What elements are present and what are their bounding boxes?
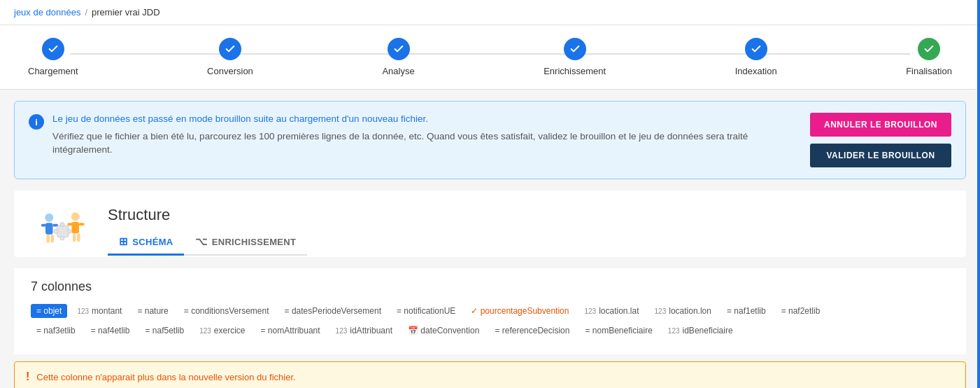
step-circle-finalisation — [918, 38, 940, 60]
tabs: ⊞ SCHÉMA ⌥ ENRICHISSEMENT — [108, 230, 307, 256]
warning-box: ! Cette colonne n'apparait plus dans la … — [14, 361, 966, 388]
col-tag-naf1etlib[interactable]: = naf1etlib — [721, 304, 772, 318]
enrichissement-icon: ⌥ — [195, 235, 207, 248]
columns-count: 7 colonnes — [31, 279, 949, 294]
structure-title: Structure — [108, 206, 307, 224]
col-tag-idAttribuant[interactable]: 123 idAttribuant — [330, 324, 398, 338]
svg-rect-12 — [57, 226, 69, 237]
col-tag-naf5etlib[interactable]: = naf5etlib — [139, 324, 190, 338]
step-circle-conversion — [219, 38, 241, 60]
breadcrumb-current: premier vrai JDD — [92, 7, 160, 18]
step-label-enrichissement: Enrichissement — [544, 66, 606, 76]
info-line1: Le jeu de données est passé en mode brou… — [52, 113, 802, 126]
col-tag-pourcentageSubvention[interactable]: ✓ pourcentageSubvention — [465, 304, 574, 318]
info-box: i Le jeu de données est passé en mode br… — [14, 101, 966, 179]
tab-enrichissement-label: ENRICHISSEMENT — [212, 237, 297, 247]
warning-icon: ! — [26, 370, 29, 383]
svg-rect-11 — [77, 233, 80, 242]
col-tag-nomBeneficiaire[interactable]: = nomBeneficiaire — [579, 324, 658, 338]
columns-row-2: = naf3etlib = naf4etlib = naf5etlib 123 … — [31, 324, 949, 338]
step-circle-indexation — [745, 38, 767, 60]
structure-illustration — [31, 205, 94, 257]
breadcrumb: jeux de données / premier vrai JDD — [0, 0, 980, 25]
step-indexation: Indexation — [735, 38, 777, 76]
columns-section: 7 colonnes = objet 123 montant = nature … — [14, 268, 966, 354]
svg-rect-2 — [41, 224, 47, 227]
right-border-line — [977, 0, 980, 388]
svg-rect-10 — [73, 233, 76, 242]
step-label-chargement: Chargement — [28, 66, 78, 76]
warning-text: Cette colonne n'apparait plus dans la no… — [36, 372, 295, 382]
svg-point-6 — [71, 212, 80, 221]
breadcrumb-separator: / — [85, 7, 87, 18]
svg-rect-16 — [68, 229, 72, 233]
svg-rect-1 — [45, 223, 53, 235]
info-icon: i — [29, 114, 44, 130]
col-tag-objet[interactable]: = objet — [31, 304, 67, 318]
col-tag-datesPeriodeVersement[interactable]: = datesPeriodeVersement — [279, 304, 387, 318]
tab-enrichissement[interactable]: ⌥ ENRICHISSEMENT — [184, 230, 307, 256]
info-line2: Vérifiez que le fichier a bien été lu, p… — [52, 130, 802, 157]
col-tag-locationlon[interactable]: 123 location.lon — [649, 304, 717, 318]
col-tag-notificationUE[interactable]: = notificationUE — [391, 304, 461, 318]
step-circle-enrichissement — [564, 38, 586, 60]
step-chargement: Chargement — [28, 38, 78, 76]
col-tag-naf2etlib[interactable]: = naf2etlib — [776, 304, 826, 318]
stepper: Chargement Conversion Analyse Enrichisse… — [0, 25, 980, 90]
svg-point-0 — [45, 214, 53, 222]
structure-header: Structure ⊞ SCHÉMA ⌥ ENRICHISSEMENT — [31, 205, 949, 257]
col-tag-exercice[interactable]: 123 exercice — [194, 324, 250, 338]
info-text: Le jeu de données est passé en mode brou… — [52, 113, 802, 157]
svg-rect-5 — [51, 235, 55, 243]
col-tag-conditionsVersement[interactable]: = conditionsVersement — [178, 304, 275, 318]
step-circle-chargement — [42, 38, 64, 60]
step-analyse: Analyse — [382, 38, 414, 76]
col-tag-nature[interactable]: = nature — [132, 304, 173, 318]
col-tag-nomAttribuant[interactable]: = nomAttribuant — [255, 324, 326, 338]
col-tag-naf4etlib[interactable]: = naf4etlib — [85, 324, 136, 338]
step-finalisation: Finalisation — [906, 38, 952, 76]
tab-schema[interactable]: ⊞ SCHÉMA — [108, 230, 184, 256]
col-tag-referenceDecision[interactable]: = referenceDecision — [489, 324, 575, 338]
valider-brouillon-button[interactable]: VALIDER LE BROUILLON — [810, 144, 951, 167]
col-tag-naf3etlib[interactable]: = naf3etlib — [31, 324, 81, 338]
svg-rect-15 — [54, 229, 58, 233]
step-conversion: Conversion — [207, 38, 253, 76]
svg-rect-13 — [60, 223, 64, 227]
structure-section: Structure ⊞ SCHÉMA ⌥ ENRICHISSEMENT — [14, 190, 966, 257]
svg-rect-4 — [47, 235, 50, 243]
step-label-finalisation: Finalisation — [906, 66, 952, 76]
step-label-conversion: Conversion — [207, 66, 253, 76]
schema-icon: ⊞ — [119, 235, 128, 248]
svg-rect-9 — [79, 223, 85, 226]
info-buttons: ANNULER LE BROUILLON VALIDER LE BROUILLO… — [810, 113, 951, 167]
annuler-brouillon-button[interactable]: ANNULER LE BROUILLON — [810, 113, 951, 137]
tab-schema-label: SCHÉMA — [132, 237, 173, 247]
step-label-analyse: Analyse — [382, 66, 414, 76]
breadcrumb-link[interactable]: jeux de données — [14, 7, 80, 18]
step-label-indexation: Indexation — [735, 66, 777, 76]
col-tag-montant[interactable]: 123 montant — [71, 304, 127, 318]
col-tag-locationlat[interactable]: 123 location.lat — [578, 304, 644, 318]
columns-row-1: = objet 123 montant = nature = condition… — [31, 304, 949, 318]
svg-rect-7 — [72, 222, 80, 234]
col-tag-idBeneficiaire[interactable]: 123 idBeneficiaire — [662, 324, 739, 338]
step-circle-analyse — [388, 38, 410, 60]
svg-rect-8 — [68, 223, 73, 226]
step-enrichissement: Enrichissement — [544, 38, 606, 76]
col-tag-dateConvention[interactable]: 📅 dateConvention — [402, 324, 485, 338]
svg-rect-14 — [60, 236, 64, 240]
